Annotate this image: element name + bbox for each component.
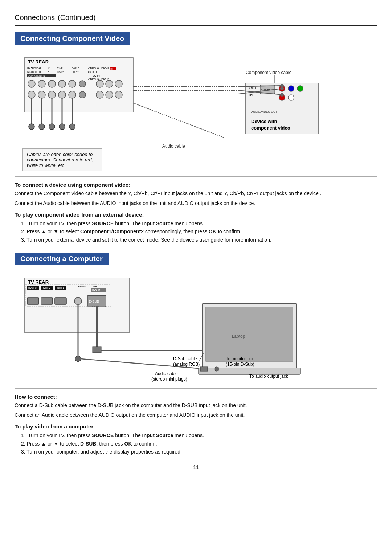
- step3: 3. Turn on your external device and set …: [21, 236, 377, 244]
- step2: 2. Press ▲ or ▼ to select Component1/Com…: [21, 227, 377, 235]
- subsection-how-to-connect: How to connect: Connect a D-Sub cable be…: [15, 394, 377, 419]
- svg-text:VIDEO: VIDEO: [88, 67, 96, 70]
- step2-computer: 2. Press ▲ or ▼ to select D-SUB, then pr…: [21, 440, 377, 448]
- svg-text:To monitor port: To monitor port: [226, 356, 255, 361]
- section-header-computer: Connecting a Computer: [15, 253, 109, 265]
- svg-text:AV OUT: AV OUT: [88, 71, 97, 73]
- svg-point-22: [79, 81, 86, 87]
- svg-text:(15-pin D-Sub): (15-pin D-Sub): [226, 362, 254, 367]
- svg-text:Cr/Pr 1: Cr/Pr 1: [72, 71, 79, 73]
- svg-rect-88: [55, 298, 66, 304]
- svg-point-17: [28, 80, 35, 87]
- svg-rect-86: [27, 298, 39, 304]
- body-text-how-connect1: Connect a D-Sub cable between the D-SUB …: [15, 402, 377, 409]
- component-video-svg: TV REAR R+AUDIO+L Y Cb/Pb Cr/Pr 2 R+AUDI…: [21, 54, 376, 156]
- svg-text:AUDIO/VIDEO OUT: AUDIO/VIDEO OUT: [251, 110, 277, 114]
- svg-text:component video: component video: [251, 125, 290, 131]
- subsection-title-how-connect: How to connect:: [15, 394, 377, 400]
- svg-text:R+AUDIO+L: R+AUDIO+L: [27, 71, 41, 73]
- svg-point-19: [48, 80, 56, 87]
- section-header-component-video: Connecting Component Video: [15, 32, 130, 45]
- title-text: Connections: [15, 13, 55, 21]
- svg-text:Device with: Device with: [251, 119, 277, 124]
- svg-rect-111: [200, 367, 208, 371]
- subsection-title-connect: To connect a device using component vide…: [15, 182, 377, 188]
- steps-play-component: 1 . Turn on your TV, then press SOURCE b…: [15, 219, 377, 244]
- svg-point-72: [280, 87, 284, 90]
- svg-text:To audio output jack: To audio output jack: [249, 374, 289, 379]
- svg-text:AV IN: AV IN: [93, 74, 100, 77]
- svg-point-27: [69, 91, 76, 98]
- svg-text:Audio cable: Audio cable: [162, 144, 185, 149]
- svg-text:D-SUB: D-SUB: [92, 289, 100, 291]
- step1-computer: 1 . Turn on your TV, then press SOURCE b…: [21, 431, 377, 439]
- svg-rect-74: [24, 278, 130, 332]
- svg-text:COMPONENT IN: COMPONENT IN: [28, 75, 45, 77]
- svg-point-25: [48, 91, 56, 98]
- svg-text:Component video cable: Component video cable: [246, 70, 291, 75]
- subsection-play-computer: To play video from a computer 1 . Turn o…: [15, 423, 377, 456]
- svg-rect-100: [206, 307, 293, 361]
- svg-text:Y: Y: [48, 71, 50, 73]
- svg-text:Cb/Pb: Cb/Pb: [57, 67, 64, 70]
- svg-point-89: [74, 297, 82, 305]
- svg-point-31: [115, 80, 122, 87]
- body-text-connect1: Connect the Component Video cable betwee…: [15, 190, 377, 197]
- svg-point-43: [29, 124, 34, 130]
- svg-point-34: [115, 91, 122, 98]
- svg-point-112: [215, 367, 219, 371]
- svg-point-33: [106, 91, 113, 98]
- svg-text:Cr/Pr 2: Cr/Pr 2: [72, 67, 79, 70]
- computer-diagram-box: TV REAR HDMI 3 HDMI 2 HDMI 1 AUDIO PIC D…: [15, 269, 377, 389]
- svg-text:HDMI 2: HDMI 2: [42, 287, 50, 289]
- svg-text:Cb/Pb: Cb/Pb: [57, 71, 64, 73]
- svg-text:OUT: OUT: [249, 86, 257, 90]
- svg-point-61: [288, 86, 294, 91]
- svg-point-32: [96, 91, 103, 98]
- svg-text:(stereo mini plugs): (stereo mini plugs): [151, 377, 187, 382]
- subsection-play-component: To play component video from an external…: [15, 212, 377, 244]
- svg-point-24: [38, 91, 45, 98]
- svg-text:PIC: PIC: [93, 285, 98, 288]
- svg-point-23: [28, 91, 35, 98]
- svg-point-20: [58, 80, 66, 87]
- svg-point-44: [39, 124, 45, 130]
- svg-text:AUDIO: AUDIO: [78, 285, 87, 288]
- svg-rect-87: [41, 298, 53, 304]
- step3-computer: 3. Turn on your computer, and adjust the…: [21, 448, 377, 456]
- svg-text:L+AUDIO+R: L+AUDIO+R: [95, 67, 109, 70]
- svg-point-18: [38, 80, 45, 87]
- color-code-note: Cables are often color-coded to connecto…: [22, 148, 102, 171]
- subsection-connect-component: To connect a device using component vide…: [15, 182, 377, 207]
- svg-point-29: [96, 80, 103, 87]
- svg-text:TV REAR: TV REAR: [28, 59, 49, 65]
- svg-point-21: [69, 80, 76, 87]
- svg-text:HDMI 3: HDMI 3: [28, 287, 37, 289]
- svg-text:IN: IN: [249, 93, 253, 97]
- section-connecting-computer: Connecting a Computer TV REAR HDMI 3 HDM…: [15, 253, 377, 456]
- body-text-connect2: Connect the Audio cable between the AUDI…: [15, 200, 377, 207]
- page-number: 11: [15, 464, 377, 470]
- svg-point-73: [280, 93, 284, 97]
- body-text-how-connect2: Connect an Audio cable between the AUDIO…: [15, 411, 377, 419]
- title-continued: (Continued): [58, 13, 96, 21]
- svg-point-64: [288, 95, 294, 100]
- svg-text:VIDEO: VIDEO: [88, 78, 96, 81]
- steps-play-computer: 1 . Turn on your TV, then press SOURCE b…: [15, 431, 377, 456]
- svg-rect-94: [93, 347, 101, 353]
- section-component-video: Connecting Component Video TV REAR R+AUD…: [15, 32, 377, 244]
- svg-point-28: [79, 91, 86, 98]
- svg-point-46: [59, 124, 65, 130]
- svg-point-47: [69, 124, 75, 130]
- svg-text:R+AUDIO+L: R+AUDIO+L: [27, 67, 41, 70]
- svg-line-51: [133, 103, 224, 138]
- subsection-title-play-component: To play component video from an external…: [15, 212, 377, 218]
- svg-text:Audio cable: Audio cable: [155, 371, 178, 376]
- svg-text:D-SUB: D-SUB: [89, 300, 99, 303]
- subsection-title-play-computer: To play video from a computer: [15, 423, 377, 430]
- component-video-diagram-box: TV REAR R+AUDIO+L Y Cb/Pb Cr/Pr 2 R+AUDI…: [15, 49, 377, 177]
- svg-text:D-Sub cable: D-Sub cable: [173, 356, 197, 361]
- svg-text:TV REAR: TV REAR: [28, 279, 49, 285]
- svg-text:(analog RGB): (analog RGB): [173, 362, 200, 367]
- step1: 1 . Turn on your TV, then press SOURCE b…: [21, 219, 377, 227]
